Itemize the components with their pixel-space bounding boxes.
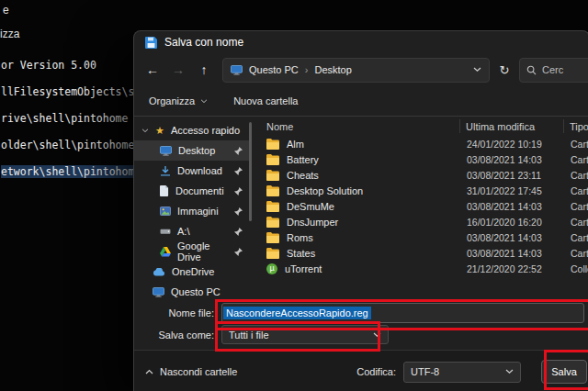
file-type: Cart: [565, 201, 588, 212]
breadcrumb-root[interactable]: Questo PC: [249, 64, 299, 75]
notepad-text-line: rive\shell\pintohome: [1, 112, 128, 125]
save-as-type-value: Tutti i file: [229, 330, 269, 341]
file-row[interactable]: Cheats 03/08/2021 23:11 Cart: [252, 167, 588, 183]
sidebar-item-documenti[interactable]: Documenti: [134, 181, 252, 201]
column-header-nome[interactable]: Nome: [252, 121, 459, 132]
save-icon: [145, 37, 157, 49]
file-modified: 21/12/2020 22:52: [461, 263, 565, 274]
sidebar-item-label: A:\: [177, 226, 189, 237]
file-name-value: NascondereAccessoRapido.reg: [223, 307, 371, 319]
sidebar-item-label: Desktop: [178, 145, 215, 156]
sidebar-item-desktop[interactable]: Desktop: [134, 140, 252, 161]
save-as-dialog: Salva con nome ← → ↑ Questo PC › Desktop: [133, 30, 588, 391]
file-modified: 31/01/2022 17:45: [461, 185, 565, 196]
pin-icon[interactable]: [234, 147, 243, 155]
dialog-titlebar[interactable]: Salva con nome: [134, 31, 588, 53]
file-modified: 03/08/2021 14:03: [461, 248, 565, 259]
pin-icon[interactable]: [234, 187, 243, 196]
sidebar-scrollbar[interactable]: [249, 122, 252, 221]
organize-menu[interactable]: Organizza: [149, 95, 208, 106]
file-type: Cart: [565, 217, 588, 228]
chevron-down-icon[interactable]: [473, 67, 481, 73]
file-name: Battery: [287, 154, 319, 165]
sidebar-item-immagini[interactable]: Immagini: [134, 201, 252, 221]
form-fields: Nome file: NascondereAccessoRapido.reg S…: [134, 300, 588, 346]
search-icon: [526, 65, 537, 75]
navigation-bar: ← → ↑ Questo PC › Desktop ↻: [134, 53, 588, 86]
column-header-tipo[interactable]: Tipo: [563, 119, 588, 133]
pin-icon[interactable]: [234, 248, 243, 256]
chevron-down-icon: [200, 99, 208, 104]
file-row[interactable]: Desktop Solution 31/01/2022 17:45 Cart: [252, 183, 588, 198]
sidebar-item-questo-pc[interactable]: Questo PC: [134, 282, 252, 302]
search-box[interactable]: Cerc: [519, 58, 588, 83]
sidebar-item-label: Google Drive: [177, 240, 228, 263]
sidebar-item-label: Accesso rapido: [171, 125, 240, 136]
save-button[interactable]: Salva: [541, 360, 587, 384]
search-text: Cerc: [542, 64, 563, 75]
file-name: Cheats: [287, 170, 319, 181]
sidebar-item-accesso-rapido[interactable]: ★ Accesso rapido: [134, 120, 252, 140]
notepad-text-line: older\shell\pintohome: [1, 139, 134, 151]
file-name: DnsJumper: [287, 217, 338, 228]
file-name: Alm: [287, 139, 304, 150]
pin-icon[interactable]: [234, 228, 243, 236]
file-row[interactable]: Alm 24/01/2022 10:19 Cart: [252, 136, 588, 151]
file-modified: 24/01/2022 10:19: [461, 139, 565, 150]
hide-folders-label: Nascondi cartelle: [160, 366, 237, 377]
file-modified: 03/08/2021 14:03: [461, 154, 565, 165]
file-type: Colle: [565, 263, 588, 274]
back-icon: ←: [146, 63, 159, 76]
file-name-input[interactable]: NascondereAccessoRapido.reg: [221, 303, 584, 323]
encoding-label: Codifica:: [356, 366, 396, 377]
up-button[interactable]: ↑: [193, 59, 215, 81]
folder-icon: [266, 217, 279, 228]
sidebar-item-download[interactable]: Download: [134, 161, 252, 181]
hide-folders-button[interactable]: Nascondi cartelle: [145, 366, 237, 377]
sidebar-item-google-drive[interactable]: Google Drive: [134, 241, 252, 262]
chevron-down-icon[interactable]: [141, 128, 149, 133]
screen: e izza or Version 5.00 llFilesystemObjec…: [0, 0, 588, 391]
back-button[interactable]: ←: [141, 59, 164, 81]
file-row[interactable]: Roms 03/08/2021 14:03 Cart: [252, 229, 588, 245]
folder-icon: [266, 170, 279, 181]
new-folder-button[interactable]: Nuova cartella: [233, 95, 298, 106]
file-row[interactable]: Battery 03/08/2021 14:03 Cart: [252, 151, 588, 167]
breadcrumb-current[interactable]: Desktop: [314, 64, 351, 75]
file-row[interactable]: µ uTorrent 21/12/2020 22:52 Colle: [252, 261, 588, 276]
sidebar-item-a-drive[interactable]: A:\: [134, 221, 252, 241]
download-icon: [160, 166, 171, 176]
folder-icon: [266, 232, 279, 243]
file-list: Nome Ultima modifica Tipo Alm 24/01/2022…: [252, 117, 588, 300]
navigation-pane: ★ Accesso rapido Desktop: [134, 117, 252, 300]
file-row[interactable]: DnsJumper 16/01/2020 16:20 Cart: [252, 214, 588, 229]
encoding-select[interactable]: UTF-8: [403, 362, 521, 383]
monitor-icon: [160, 146, 172, 156]
sidebar-item-onedrive[interactable]: OneDrive: [134, 262, 252, 282]
file-row[interactable]: States 03/08/2021 14:03 Cart: [252, 245, 588, 261]
breadcrumb[interactable]: Questo PC › Desktop: [222, 58, 490, 83]
cloud-icon: [153, 268, 165, 276]
column-header-ultima-modifica[interactable]: Ultima modifica: [459, 119, 563, 133]
monitor-icon: [153, 287, 164, 297]
file-row[interactable]: DeSmuMe 03/08/2021 14:03 Cart: [252, 198, 588, 214]
notepad-text-line-selected: etwork\shell\pintohome: [1, 165, 141, 178]
folder-icon: [266, 154, 279, 165]
pin-icon[interactable]: [234, 167, 243, 175]
drive-icon: [160, 227, 171, 236]
dialog-title: Salva con nome: [164, 36, 243, 49]
file-name: DeSmuMe: [287, 201, 334, 212]
chevron-up-icon: [145, 369, 153, 374]
chevron-down-icon: [373, 332, 381, 338]
pin-icon[interactable]: [234, 207, 243, 216]
sidebar-item-label: Documenti: [175, 185, 224, 196]
save-as-type-select[interactable]: Tutti i file: [221, 325, 389, 344]
file-type: Cart: [565, 248, 588, 259]
breadcrumb-separator-icon: ›: [305, 65, 309, 75]
refresh-button[interactable]: ↻: [493, 59, 515, 81]
organize-label: Organizza: [149, 95, 195, 106]
forward-button[interactable]: →: [167, 59, 189, 81]
sidebar-item-label: Download: [177, 165, 222, 176]
sidebar-item-label: OneDrive: [172, 266, 214, 277]
notepad-text-line: or Version 5.00: [1, 59, 96, 72]
